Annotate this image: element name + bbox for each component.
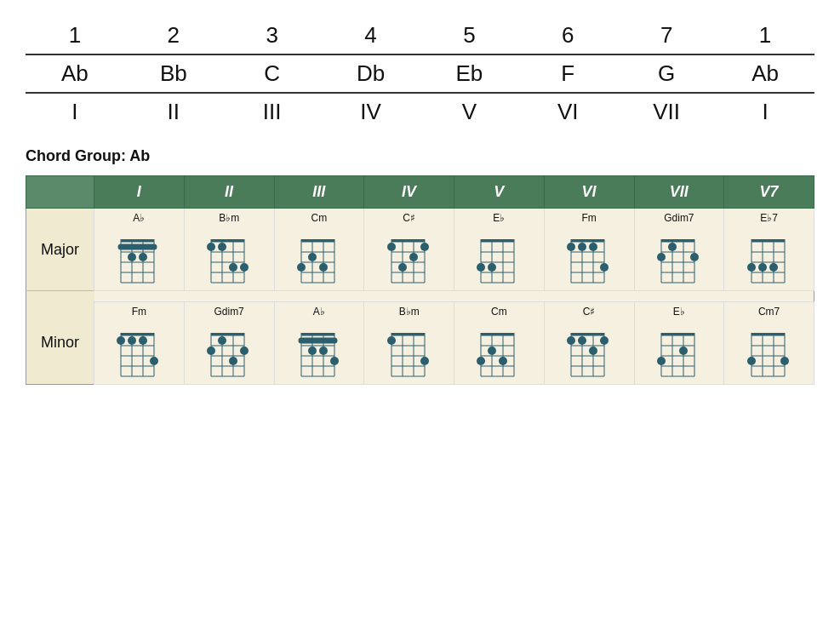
svg-point-105	[769, 263, 778, 272]
scale-num-5: 5	[420, 17, 519, 54]
chord-table-header-row: I II III IV V VI VII V7	[26, 176, 814, 209]
svg-point-77	[578, 243, 586, 251]
scale-note-8: Ab	[716, 54, 814, 93]
scale-num-4: 4	[322, 17, 420, 54]
minor-diagram-5	[456, 319, 542, 381]
major-diagram-7	[637, 226, 723, 287]
svg-point-119	[150, 357, 158, 365]
major-chord-8[interactable]: E♭7	[724, 209, 814, 291]
scale-note-5: Eb	[420, 54, 519, 93]
major-chord-7[interactable]: Gdim7	[634, 209, 724, 291]
major-diagram-6	[546, 226, 632, 287]
major-chord-6[interactable]: Fm	[544, 209, 634, 291]
svg-point-37	[297, 263, 306, 272]
scale-num-6: 6	[518, 17, 617, 54]
scale-roman-1: I	[26, 93, 124, 130]
svg-point-91	[657, 253, 666, 261]
svg-point-159	[420, 357, 429, 365]
scale-note-3: C	[223, 54, 322, 93]
scale-num-2: 2	[124, 17, 223, 54]
major-chord-4[interactable]: C♯	[364, 209, 454, 291]
svg-point-39	[319, 263, 328, 272]
major-chord-5[interactable]: E♭	[454, 209, 545, 291]
svg-point-24	[218, 243, 226, 251]
minor-chord-name-3: A♭	[277, 306, 363, 318]
minor-chord-name-2: Gdim7	[186, 306, 272, 318]
svg-point-183	[567, 336, 575, 345]
svg-point-184	[578, 336, 586, 345]
svg-point-172	[499, 357, 507, 365]
minor-chord-name-5: Cm	[456, 306, 542, 318]
minor-chord-6[interactable]: C♯	[544, 302, 634, 385]
major-chord-1[interactable]: A♭	[94, 209, 185, 291]
minor-chord-4[interactable]: B♭m	[364, 302, 454, 385]
svg-point-76	[567, 243, 575, 251]
minor-diagram-7	[637, 319, 723, 381]
minor-chord-5[interactable]: Cm	[454, 302, 545, 385]
svg-point-103	[747, 263, 756, 272]
svg-point-170	[477, 357, 485, 365]
minor-chord-1[interactable]: Fm	[94, 302, 185, 385]
svg-point-104	[758, 263, 767, 272]
col-header-V: V	[454, 176, 545, 209]
svg-point-12	[139, 253, 147, 261]
scale-roman-row: I II III IV V VI VII I	[26, 93, 814, 130]
minor-chord-8[interactable]: Cm7	[724, 302, 814, 385]
svg-point-117	[128, 336, 136, 345]
minor-chord-3[interactable]: A♭	[274, 302, 364, 385]
scale-numbers-row: 1 2 3 4 5 6 7 1	[26, 17, 814, 54]
divider-row	[26, 291, 814, 302]
major-diagram-1	[96, 226, 182, 287]
major-diagram-8	[726, 226, 812, 287]
minor-chord-2[interactable]: Gdim7	[184, 302, 274, 385]
major-chord-2[interactable]: B♭m	[184, 209, 274, 291]
svg-point-147	[330, 357, 339, 365]
svg-point-118	[139, 336, 147, 345]
major-label: Major	[26, 209, 94, 291]
minor-chord-name-8: Cm7	[726, 306, 812, 318]
svg-point-90	[668, 243, 677, 251]
major-chord-name-7: Gdim7	[637, 212, 723, 224]
minor-row: MinorFmGdim7A♭B♭mCmC♯E♭Cm7	[26, 302, 814, 385]
major-chord-name-1: A♭	[96, 212, 182, 224]
scale-roman-7: VII	[617, 93, 716, 130]
scale-notes-row: Ab Bb C Db Eb F G Ab	[26, 54, 814, 93]
scale-num-7: 7	[617, 17, 716, 54]
svg-point-198	[679, 346, 688, 355]
chord-group-label: Chord Group: Ab	[26, 147, 814, 165]
col-header-IV: IV	[364, 176, 454, 209]
svg-point-158	[387, 336, 396, 345]
major-chord-name-5: E♭	[456, 212, 542, 224]
svg-point-79	[600, 263, 609, 272]
svg-point-171	[488, 346, 496, 355]
svg-point-133	[229, 357, 237, 365]
svg-point-11	[128, 253, 136, 261]
minor-diagram-2	[186, 319, 272, 381]
scale-num-1: 1	[26, 17, 124, 54]
major-chord-name-3: Cm	[277, 212, 363, 224]
scale-note-6: F	[518, 54, 617, 93]
major-diagram-3	[277, 226, 363, 287]
scale-note-4: Db	[322, 54, 420, 93]
svg-point-78	[589, 243, 597, 251]
major-diagram-2	[186, 226, 272, 287]
major-row: MajorA♭B♭mCmC♯E♭FmGdim7E♭7	[26, 209, 814, 291]
svg-point-185	[600, 336, 609, 345]
major-chord-3[interactable]: Cm	[274, 209, 364, 291]
scale-note-1: Ab	[26, 54, 124, 93]
minor-chord-7[interactable]: E♭	[634, 302, 724, 385]
svg-point-132	[240, 346, 249, 355]
major-diagram-4	[366, 226, 452, 287]
major-chord-name-2: B♭m	[186, 212, 272, 224]
minor-diagram-3	[277, 319, 363, 381]
svg-point-146	[319, 346, 328, 355]
svg-point-65	[488, 263, 496, 272]
scale-roman-8: I	[716, 93, 814, 130]
svg-point-53	[409, 253, 418, 261]
scale-roman-2: II	[124, 93, 223, 130]
major-chord-name-6: Fm	[546, 212, 632, 224]
scale-note-7: G	[617, 54, 716, 93]
svg-point-25	[229, 263, 237, 272]
major-diagram-5	[456, 226, 542, 287]
svg-point-197	[657, 357, 666, 365]
